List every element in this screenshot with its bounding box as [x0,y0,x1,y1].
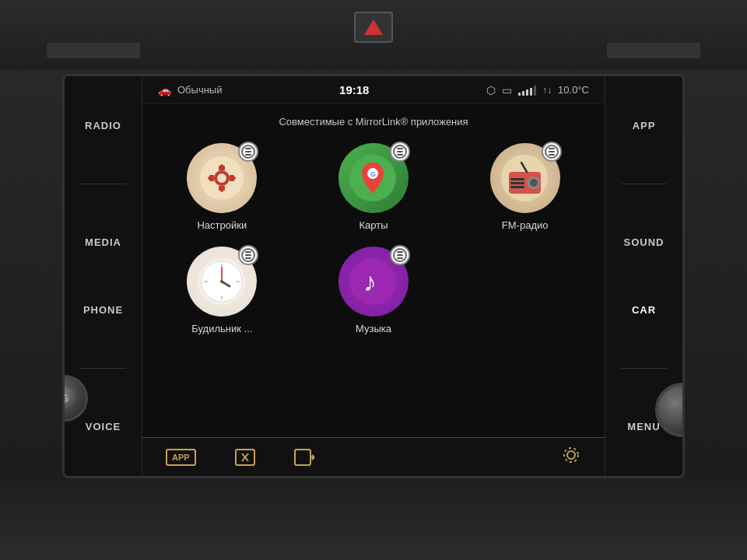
signal-bars [518,85,536,96]
ml-line-radio-3 [549,154,555,156]
settings-cog-icon [561,445,581,465]
mirrorlink-title: Совместимые с MirrorLink® приложения [158,116,589,128]
vent-left [47,43,140,58]
temperature-display: 10.0°C [558,84,589,96]
car-body: RADIO MEDIA G PHONE VOICE 🚗 Обычный 19:1… [0,0,747,560]
mirrorlink-badge-inner [241,145,255,159]
ml-line-maps-2 [397,151,403,152]
close-mirror-icon [235,449,255,466]
sidebar-item-voice[interactable]: VOICE [72,416,134,437]
ml-line-clock-1 [245,251,251,253]
main-screen: RADIO MEDIA G PHONE VOICE 🚗 Обычный 19:1… [62,74,685,478]
maps-label: Карты [359,219,388,231]
status-right: ⬡ ▭ ↑↓ 10.0°C [486,84,589,96]
status-left: 🚗 Обычный [158,84,222,96]
mirrorlink-badge-settings [238,142,258,162]
apps-grid: Настройки [158,143,589,334]
sidebar-item-app[interactable]: APP [613,115,675,136]
bottom-physical-bar [0,478,747,560]
toolbar-exit-button[interactable] [294,449,314,466]
bluetooth-icon: ⬡ [486,84,496,96]
signal-bar-5 [534,86,536,96]
app-item-clock[interactable]: Будильник ... [187,247,257,334]
exit-mirror-icon [294,449,314,466]
radio-svg [500,153,550,204]
svg-point-39 [564,448,578,462]
signal-bar-3 [526,89,528,96]
app-item-settings[interactable]: Настройки [187,143,257,231]
right-divider-1 [621,184,667,184]
toolbar-app-button[interactable]: APP [166,449,196,466]
ml-line-maps-3 [397,154,403,156]
music-svg: ♪ [348,257,398,307]
main-content-area: 🚗 Обычный 19:18 ⬡ ▭ ↑↓ 10.0°C [142,76,605,476]
mirrorlink-badge-music [390,245,410,265]
sidebar-item-media[interactable]: MEDIA [72,232,134,253]
mirrorlink-badge-inner-clock [241,248,255,262]
fm-radio-label: FM-радио [502,219,549,231]
ml-line-clock-3 [245,257,251,259]
sidebar-item-car[interactable]: CAR [613,299,675,320]
app-icon-wrapper-music: ♪ [338,247,409,317]
status-bar: 🚗 Обычный 19:18 ⬡ ▭ ↑↓ 10.0°C [142,76,605,104]
ml-line-2 [245,151,251,152]
knob-label: G [62,392,68,404]
app-icon-wrapper-settings [187,143,257,213]
toolbar-close-button[interactable] [235,449,255,466]
mirrorlink-lines-maps [397,148,403,156]
ml-line-music-1 [397,251,403,253]
right-divider-2 [621,368,667,369]
sidebar-item-radio[interactable]: RADIO [72,115,134,136]
signal-bar-4 [530,88,532,96]
mirrorlink-badge-maps [390,142,410,162]
svg-rect-18 [510,186,524,188]
music-label: Музыка [356,323,391,334]
app-item-fm-radio[interactable]: FM-радио [490,143,560,231]
svg-point-2 [217,173,226,183]
battery-icon: ▭ [502,84,512,96]
svg-point-38 [567,451,575,459]
vent-right [607,43,700,58]
svg-rect-36 [295,450,310,465]
app-item-music[interactable]: ♪ [338,247,409,334]
settings-gear-svg [198,155,245,201]
app-item-maps[interactable]: G [338,143,409,231]
app-icon-box: APP [166,449,196,466]
maps-svg: G [348,153,398,204]
mirrorlink-lines-music [397,251,403,259]
svg-rect-17 [510,182,524,184]
toolbar-icons-left: APP [166,449,314,466]
top-physical-bar [0,0,747,70]
app-icon-wrapper-radio [490,143,560,213]
ml-line-music-2 [397,254,403,256]
sidebar-divider-2 [80,368,126,369]
mirrorlink-badge-inner-radio [545,145,559,159]
svg-text:G: G [370,170,376,178]
sidebar-item-phone[interactable]: PHONE [72,299,134,320]
mirrorlink-lines-radio [549,148,555,156]
mirrorlink-lines-clock [245,251,251,259]
signal-bar-1 [518,93,521,96]
mirrorlink-badge-radio [542,142,562,162]
mirrorlink-badge-inner-music [393,248,407,262]
left-knob[interactable]: G [62,375,88,422]
ml-line-radio-1 [549,148,555,149]
car-profile-icon: 🚗 [158,84,171,96]
sidebar-divider-1 [80,184,126,184]
clock-label: Будильник ... [191,323,252,334]
mirrorlink-badge-clock [238,245,258,265]
toolbar-settings-icon[interactable] [561,445,581,469]
settings-label: Настройки [197,219,247,231]
svg-rect-16 [510,178,524,180]
svg-point-20 [530,179,538,187]
status-time: 19:18 [339,83,369,96]
app-area: Совместимые с MirrorLink® приложения [142,104,605,437]
sidebar-item-sound[interactable]: SOUND [613,232,675,253]
ml-line-radio-2 [549,151,555,152]
ml-line-1 [245,148,251,149]
app-icon-wrapper-maps: G [338,143,409,213]
hazard-button[interactable] [354,12,393,43]
svg-text:♪: ♪ [363,267,377,296]
mirrorlink-lines [245,148,251,156]
profile-name: Обычный [177,84,222,96]
